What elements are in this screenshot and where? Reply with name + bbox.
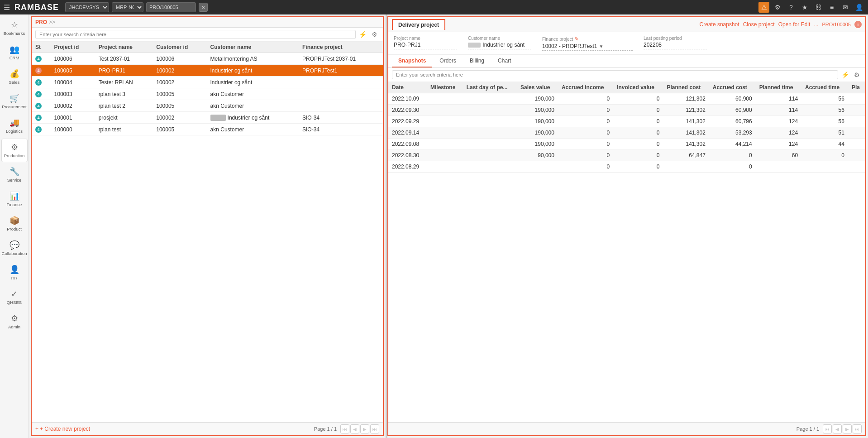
right-last-page-button[interactable]: ⏭ — [853, 424, 862, 433]
accrued-income-cell: 0 — [558, 127, 613, 139]
accrued-time-cell: 56 — [801, 105, 848, 116]
sidebar-item-procurement[interactable]: 🛒 Procurement — [1, 90, 28, 113]
table-row[interactable]: 2022.10.09 190,000 0 0 121,302 60,900 11… — [388, 93, 865, 105]
table-row[interactable]: 4 100004 Tester RPLAN 100002 Industrier … — [32, 77, 383, 88]
link-icon[interactable]: ⛓ — [813, 2, 824, 13]
status-dot: 4 — [35, 67, 42, 74]
left-panel-footer: + + Create new project Page 1 / 1 ⏮ ◀ ▶ … — [32, 422, 383, 435]
accrued-income-cell: 0 — [558, 105, 613, 116]
tab-snapshots[interactable]: Snapshots — [392, 55, 432, 67]
mrp-dropdown[interactable]: MRP-NO — [112, 2, 143, 12]
table-row[interactable]: 4 100001 prosjekt 100002 ████Industrier … — [32, 112, 383, 124]
last-page-button[interactable]: ⏭ — [370, 424, 379, 433]
right-settings-icon[interactable]: ⚙ — [852, 70, 862, 80]
status-dot: 4 — [35, 126, 42, 133]
alert-icon[interactable]: ⚠ — [758, 2, 769, 13]
settings-icon[interactable]: ⚙ — [772, 2, 783, 13]
sales-value-cell: 190,000 — [517, 139, 558, 150]
table-row[interactable]: 2022.09.08 190,000 0 0 141,302 44,214 12… — [388, 139, 865, 150]
sidebar-item-logistics[interactable]: 🚚 Logistics — [1, 114, 28, 138]
right-next-page-button[interactable]: ▶ — [843, 424, 852, 433]
table-row[interactable]: 2022.08.29 0 0 0 — [388, 161, 865, 173]
logistics-icon: 🚚 — [10, 118, 19, 128]
create-new-project-link[interactable]: + + Create new project — [35, 426, 90, 432]
module-search[interactable] — [146, 2, 196, 12]
finance-project-value[interactable]: 10002 - PROPRJTest1 ▼ — [542, 43, 633, 51]
prev-page-button[interactable]: ◀ — [350, 424, 359, 433]
table-row[interactable]: 4 100000 rplan test 100005 akn Customer … — [32, 124, 383, 135]
sidebar-item-crm[interactable]: 👥 CRM — [1, 41, 28, 64]
workspace-dropdown[interactable]: JHCDEVSYS — [65, 2, 109, 12]
last-posting-value: 202208 — [644, 42, 707, 49]
last-day-cell — [463, 93, 517, 105]
sidebar-item-service[interactable]: 🔧 Service — [1, 163, 28, 187]
info-icon[interactable]: i — [854, 21, 862, 28]
nav-close-button[interactable]: ✕ — [199, 3, 208, 12]
next-page-button[interactable]: ▶ — [360, 424, 369, 433]
sidebar-item-hr[interactable]: 👤 HR — [1, 261, 28, 284]
help-icon[interactable]: ? — [786, 2, 796, 13]
mail-icon[interactable]: ✉ — [840, 2, 851, 13]
sales-value-cell: 190,000 — [517, 105, 558, 116]
sidebar-item-product[interactable]: 📦 Product — [1, 212, 28, 236]
accrued-cost-cell: 60,900 — [709, 105, 756, 116]
table-row[interactable]: 4 100006 Test 2037-01 100006 Metallmonte… — [32, 53, 383, 65]
user-icon[interactable]: 👤 — [854, 2, 864, 13]
milestone-cell — [427, 161, 463, 173]
right-prev-page-button[interactable]: ◀ — [833, 424, 842, 433]
left-search-input[interactable] — [35, 30, 356, 39]
tab-chart[interactable]: Chart — [491, 55, 517, 67]
sidebar-item-admin[interactable]: ⚙ Admin — [1, 310, 28, 333]
right-table-container: Date Milestone Last day of pe... Sales v… — [388, 82, 865, 422]
accrued-income-cell: 0 — [558, 161, 613, 173]
first-page-button[interactable]: ⏮ — [340, 424, 349, 433]
status-cell: 4 — [32, 77, 51, 88]
planned-cost-cell: 121,302 — [663, 105, 709, 116]
breadcrumb-arrow: >> — [49, 19, 55, 25]
table-row[interactable]: 4 100002 rplan test 2 100005 akn Custome… — [32, 100, 383, 112]
menu-icon[interactable]: ≡ — [826, 2, 837, 13]
settings-icon[interactable]: ⚙ — [369, 29, 379, 39]
hamburger-icon[interactable]: ☰ — [4, 3, 10, 12]
planned-time-cell: 124 — [756, 116, 801, 127]
customer-name-value[interactable]: ████ Industrier og sånt — [468, 42, 531, 49]
sidebar-item-label: Finance — [7, 202, 22, 207]
sidebar-item-sales[interactable]: 💰 Sales — [1, 65, 28, 89]
sidebar-item-finance[interactable]: 📊 Finance — [1, 188, 28, 211]
customer-name-cell: akn Customer — [207, 124, 299, 135]
more-actions-link[interactable]: ... — [814, 21, 818, 28]
table-row[interactable]: 4 100003 rplan test 3 100005 akn Custome… — [32, 88, 383, 100]
pro-code: PRO/100005 — [822, 22, 851, 27]
accrued-income-cell: 0 — [558, 150, 613, 161]
col-sales-value: Sales value — [517, 82, 558, 93]
table-row[interactable]: 2022.09.29 190,000 0 0 141,302 60,796 12… — [388, 116, 865, 127]
planned-cost-cell: 141,302 — [663, 127, 709, 139]
tab-orders[interactable]: Orders — [433, 55, 463, 67]
project-name-value[interactable]: PRO-PRJ1 — [394, 42, 457, 49]
right-search-input[interactable] — [392, 70, 838, 79]
sidebar-item-qhses[interactable]: ✓ QHSES — [1, 285, 28, 309]
table-row[interactable]: 2022.08.30 90,000 0 0 64,847 0 60 0 — [388, 150, 865, 161]
sidebar-item-production[interactable]: ⚙ Production — [1, 139, 28, 162]
table-row[interactable]: 2022.09.30 190,000 0 0 121,302 60,900 11… — [388, 105, 865, 116]
right-first-page-button[interactable]: ⏮ — [823, 424, 832, 433]
planned-time-cell: 124 — [756, 139, 801, 150]
tab-billing[interactable]: Billing — [463, 55, 491, 67]
breadcrumb[interactable]: PRO — [35, 19, 47, 25]
planned-cost-cell: 121,302 — [663, 93, 709, 105]
star-icon[interactable]: ★ — [799, 2, 810, 13]
sidebar-item-collaboration[interactable]: 💬 Collaboration — [1, 236, 28, 260]
top-navigation: ☰ RAMBASE JHCDEVSYS MRP-NO ✕ ⚠ ⚙ ? ★ ⛓ ≡… — [0, 0, 868, 14]
create-snapshot-link[interactable]: Create snapshot — [700, 21, 739, 28]
table-row[interactable]: 2022.09.14 190,000 0 0 141,302 53,293 12… — [388, 127, 865, 139]
col-accrued-time: Accrued time — [801, 82, 848, 93]
table-row[interactable]: 4 100005 PRO-PRJ1 100002 Industrier og s… — [32, 65, 383, 77]
sidebar-item-bookmarks[interactable]: ☆ Bookmarks — [1, 16, 28, 40]
customer-name-label: Customer name — [468, 36, 531, 41]
open-for-edit-link[interactable]: Open for Edit — [778, 21, 811, 28]
right-filter-icon[interactable]: ⚡ — [840, 70, 850, 80]
table-header-row: St Project id Project name Customer id C… — [32, 42, 383, 53]
close-project-link[interactable]: Close project — [743, 21, 775, 28]
filter-icon[interactable]: ⚡ — [358, 29, 367, 39]
delivery-project-tab[interactable]: Delivery project — [392, 19, 445, 30]
